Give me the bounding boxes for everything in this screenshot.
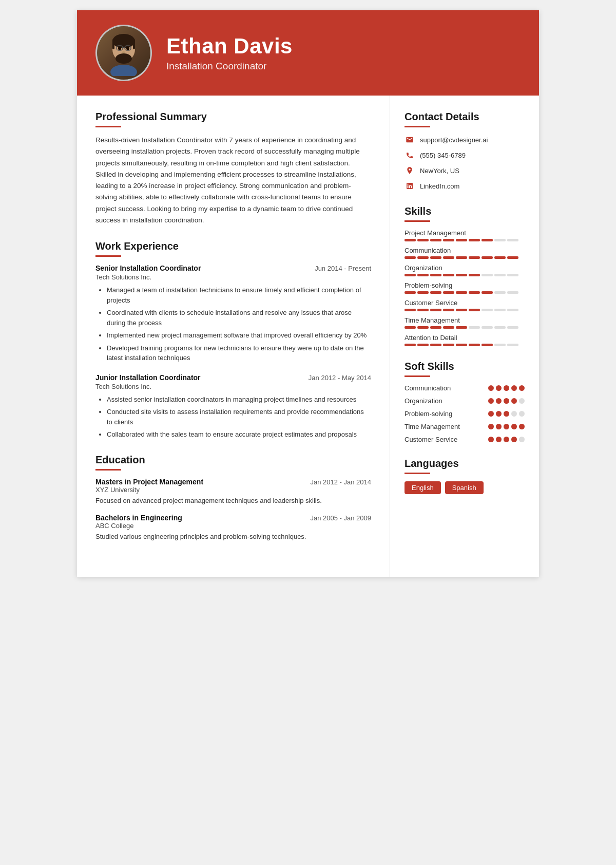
linkedin-icon bbox=[405, 181, 415, 191]
skill-name: Time Management bbox=[405, 316, 525, 324]
candidate-title: Installation Coordinator bbox=[166, 61, 293, 72]
skill-segment-filled bbox=[430, 274, 441, 276]
skills-section: Skills Project ManagementCommunicationOr… bbox=[405, 205, 525, 346]
skill-segment-filled bbox=[482, 344, 493, 346]
skill-name: Communication bbox=[405, 247, 525, 254]
contact-item: (555) 345-6789 bbox=[405, 150, 525, 160]
edu-header: Bachelors in EngineeringJan 2005 - Jan 2… bbox=[95, 514, 371, 522]
contact-section: Contact Details support@cvdesigner.ai(55… bbox=[405, 111, 525, 191]
soft-skill-name: Organization bbox=[405, 397, 442, 405]
skill-segment-filled bbox=[482, 239, 493, 241]
skill-segment-filled bbox=[430, 326, 441, 329]
soft-skills-title: Soft Skills bbox=[405, 361, 525, 372]
skill-name: Problem-solving bbox=[405, 281, 525, 289]
work-title: Work Experience bbox=[95, 240, 371, 252]
languages-divider bbox=[405, 473, 430, 474]
skill-segment-filled bbox=[417, 326, 429, 329]
skill-segment-empty bbox=[507, 291, 518, 294]
skill-segment-filled bbox=[507, 256, 518, 259]
summary-title: Professional Summary bbox=[95, 111, 371, 123]
dot-filled bbox=[519, 385, 525, 391]
avatar bbox=[95, 25, 152, 81]
dot-filled bbox=[511, 437, 517, 442]
candidate-name: Ethan Davis bbox=[166, 34, 293, 59]
skill-segment-empty bbox=[507, 326, 518, 329]
soft-skill-name: Customer Service bbox=[405, 436, 457, 443]
skill-segment-filled bbox=[456, 274, 467, 276]
soft-skill-item: Problem-solving bbox=[405, 410, 525, 418]
contact-text: LinkedIn.com bbox=[420, 182, 459, 190]
skill-name: Project Management bbox=[405, 229, 525, 237]
skill-segment-empty bbox=[494, 309, 506, 311]
skill-segment-empty bbox=[482, 309, 493, 311]
dot-filled bbox=[504, 411, 509, 417]
soft-skills-section: Soft Skills CommunicationOrganizationPro… bbox=[405, 361, 525, 443]
edu-title: Education bbox=[95, 454, 371, 466]
skill-segment-filled bbox=[482, 256, 493, 259]
dot-empty bbox=[511, 411, 517, 417]
avatar-image bbox=[97, 25, 150, 81]
resume-body: Professional Summary Results-driven Inst… bbox=[77, 96, 539, 577]
edu-description: Focused on advanced project management t… bbox=[95, 496, 371, 506]
skill-segment-filled bbox=[456, 239, 467, 241]
skill-bar bbox=[405, 344, 525, 346]
job-bullet: Collaborated with the sales team to ensu… bbox=[107, 429, 371, 440]
skill-segment-filled bbox=[405, 274, 416, 276]
skills-title: Skills bbox=[405, 205, 525, 217]
header-text: Ethan Davis Installation Coordinator bbox=[166, 34, 293, 72]
left-column: Professional Summary Results-driven Inst… bbox=[77, 96, 390, 577]
skill-segment-filled bbox=[456, 309, 467, 311]
dot-empty bbox=[519, 437, 525, 442]
dot-empty bbox=[519, 398, 525, 404]
skill-bar bbox=[405, 256, 525, 259]
soft-skill-dots bbox=[488, 398, 525, 404]
job-title: Senior Installation Coordinator bbox=[95, 264, 201, 272]
contact-item: LinkedIn.com bbox=[405, 181, 525, 191]
skill-item: Project Management bbox=[405, 229, 525, 241]
skill-segment-filled bbox=[417, 256, 429, 259]
soft-skill-item: Communication bbox=[405, 384, 525, 392]
skill-segment-filled bbox=[443, 291, 454, 294]
skill-segment-filled bbox=[456, 256, 467, 259]
language-tags: EnglishSpanish bbox=[405, 481, 525, 494]
skill-segment-filled bbox=[469, 274, 480, 276]
skill-segment-empty bbox=[507, 239, 518, 241]
work-divider bbox=[95, 255, 121, 257]
skill-segment-empty bbox=[494, 344, 506, 346]
email-icon bbox=[405, 135, 415, 145]
skill-segment-filled bbox=[456, 326, 467, 329]
soft-skill-item: Organization bbox=[405, 397, 525, 405]
soft-skills-divider bbox=[405, 375, 430, 377]
contact-divider bbox=[405, 126, 430, 127]
skill-segment-filled bbox=[417, 309, 429, 311]
skill-segment-filled bbox=[405, 326, 416, 329]
skill-segment-filled bbox=[443, 274, 454, 276]
dot-filled bbox=[496, 398, 502, 404]
dot-filled bbox=[511, 398, 517, 404]
contact-text: support@cvdesigner.ai bbox=[420, 136, 488, 144]
skill-segment-filled bbox=[482, 291, 493, 294]
contact-text: NewYork, US bbox=[420, 167, 459, 175]
edu-description: Studied various engineering principles a… bbox=[95, 532, 371, 542]
skill-item: Problem-solving bbox=[405, 281, 525, 294]
skill-segment-filled bbox=[443, 326, 454, 329]
dot-filled bbox=[496, 411, 502, 417]
soft-skill-item: Time Management bbox=[405, 423, 525, 430]
edu-container: Masters in Project ManagementJan 2012 - … bbox=[95, 478, 371, 542]
skill-segment-filled bbox=[430, 309, 441, 311]
summary-divider bbox=[95, 126, 121, 127]
skill-item: Customer Service bbox=[405, 299, 525, 311]
skill-segment-filled bbox=[405, 291, 416, 294]
language-tag: Spanish bbox=[445, 481, 484, 494]
resume-container: Ethan Davis Installation Coordinator Pro… bbox=[77, 10, 539, 577]
job-item: Senior Installation CoordinatorJun 2014 … bbox=[95, 264, 371, 363]
dot-filled bbox=[504, 437, 509, 442]
skills-divider bbox=[405, 220, 430, 222]
skill-bar bbox=[405, 291, 525, 294]
job-dates: Jan 2012 - May 2014 bbox=[309, 374, 371, 382]
dot-filled bbox=[488, 385, 494, 391]
skill-name: Customer Service bbox=[405, 299, 525, 307]
skill-segment-filled bbox=[469, 344, 480, 346]
skill-segment-empty bbox=[507, 309, 518, 311]
skill-segment-filled bbox=[430, 291, 441, 294]
